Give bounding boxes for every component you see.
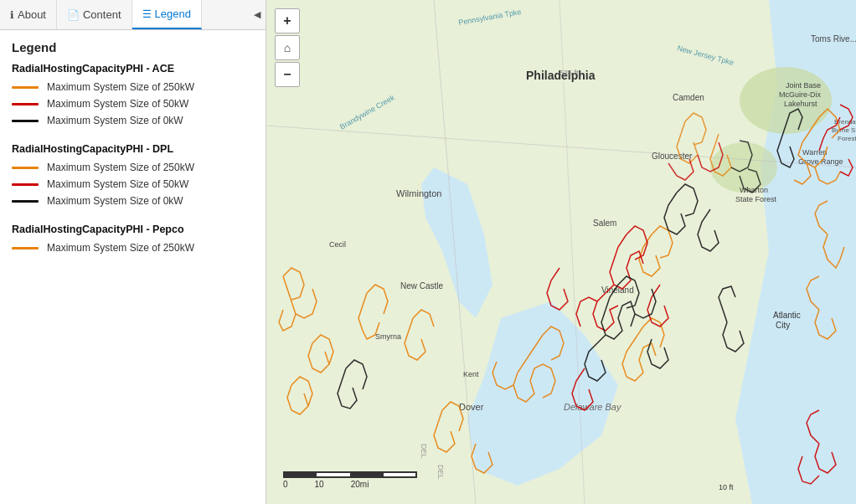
legend-label-ace-50: Maximum System Size of 50kW <box>47 98 188 110</box>
map-controls: + ⌂ − <box>275 8 300 89</box>
svg-text:Cecil: Cecil <box>329 240 346 249</box>
legend-label-dpl-250: Maximum System Size of 250kW <box>47 162 194 173</box>
svg-text:Dover: Dover <box>459 402 484 412</box>
legend-title: Legend <box>12 40 254 54</box>
collapse-button[interactable]: ◀ <box>249 0 266 30</box>
scale-bar: 0 10 20mi <box>283 471 417 489</box>
legend-item: Maximum System Size of 250kW <box>12 162 254 173</box>
legend-line-ace-250 <box>12 86 39 89</box>
tab-legend[interactable]: ☰ Legend <box>132 0 202 29</box>
svg-text:Joint Base: Joint Base <box>786 81 821 90</box>
scale-labels: 0 10 20mi <box>283 480 369 489</box>
home-button[interactable]: ⌂ <box>275 35 300 60</box>
legend-content: Legend RadialHostingCapacityPHI - ACE Ma… <box>0 30 266 504</box>
legend-section-ace: RadialHostingCapacityPHI - ACE Maximum S… <box>12 63 254 126</box>
tab-content-label: Content <box>83 8 121 21</box>
legend-line-dpl-0 <box>12 200 39 203</box>
tab-about-label: About <box>18 8 46 21</box>
scale-label-0: 0 <box>283 480 288 489</box>
scale-segment-3 <box>350 471 384 478</box>
legend-label-ace-0: Maximum System Size of 0kW <box>47 115 183 126</box>
svg-text:Smyrna: Smyrna <box>375 332 401 341</box>
zoom-in-button[interactable]: + <box>275 8 300 33</box>
svg-text:10 ft: 10 ft <box>719 483 734 491</box>
scale-segment-4 <box>384 471 417 478</box>
about-icon: ℹ <box>10 9 14 21</box>
legend-label-ace-250: Maximum System Size of 250kW <box>47 81 194 93</box>
legend-line-ace-50 <box>12 103 39 105</box>
svg-text:Forest: Forest <box>838 135 856 142</box>
tab-legend-label: Legend <box>155 8 191 20</box>
legend-item: Maximum System Size of 0kW <box>12 115 254 126</box>
legend-label-dpl-50: Maximum System Size of 50kW <box>47 178 188 190</box>
svg-text:Toms Rive...: Toms Rive... <box>811 34 856 44</box>
scale-label-10: 10 <box>315 480 324 489</box>
legend-section-dpl-title: RadialHostingCapacityPHI - DPL <box>12 143 254 155</box>
svg-point-6 <box>710 142 777 193</box>
legend-item: Maximum System Size of 0kW <box>12 195 254 207</box>
scale-label-20: 20mi <box>351 480 369 489</box>
content-icon: 📄 <box>67 9 80 21</box>
legend-line-dpl-50 <box>12 183 39 186</box>
scale-bar-visual <box>283 471 417 478</box>
svg-text:Warren: Warren <box>802 148 827 157</box>
legend-label-pepco-250: Maximum System Size of 250kW <box>47 242 194 254</box>
left-panel: ℹ About 📄 Content ☰ Legend ◀ Legend Radi… <box>0 0 266 504</box>
svg-text:Atlantic: Atlantic <box>773 311 801 320</box>
legend-item: Maximum System Size of 250kW <box>12 242 254 254</box>
legend-section-ace-title: RadialHostingCapacityPHI - ACE <box>12 63 254 75</box>
legend-line-dpl-250 <box>12 167 39 169</box>
legend-section-dpl: RadialHostingCapacityPHI - DPL Maximum S… <box>12 143 254 207</box>
svg-text:McGuire-Dix: McGuire-Dix <box>779 90 822 99</box>
tab-content[interactable]: 📄 Content <box>57 0 132 29</box>
legend-item: Maximum System Size of 50kW <box>12 178 254 190</box>
svg-text:DEL: DEL <box>436 465 445 480</box>
svg-text:Camden: Camden <box>673 93 704 102</box>
legend-section-pepco: RadialHostingCapacityPHI - Pepco Maximum… <box>12 224 254 254</box>
svg-text:DEL: DEL <box>420 444 428 459</box>
scale-segment-2 <box>317 471 350 478</box>
legend-line-pepco-250 <box>12 247 39 249</box>
svg-text:Delaware Bay: Delaware Bay <box>564 402 622 412</box>
svg-text:525 ft: 525 ft <box>559 69 579 77</box>
svg-text:New Castle: New Castle <box>400 281 444 291</box>
tab-bar: ℹ About 📄 Content ☰ Legend ◀ <box>0 0 266 30</box>
svg-text:State Forest: State Forest <box>735 195 777 203</box>
scale-segment-1 <box>283 471 317 478</box>
legend-section-pepco-title: RadialHostingCapacityPHI - Pepco <box>12 224 254 235</box>
svg-text:Salem: Salem <box>593 219 616 228</box>
svg-text:Kent: Kent <box>463 370 479 378</box>
svg-text:City: City <box>776 321 790 330</box>
svg-text:Gloucester: Gloucester <box>652 152 693 161</box>
tab-about[interactable]: ℹ About <box>0 0 57 29</box>
legend-item: Maximum System Size of 250kW <box>12 81 254 93</box>
map-area[interactable]: Philadelphia Wilmington Delaware Bay Atl… <box>266 0 856 504</box>
legend-item: Maximum System Size of 50kW <box>12 98 254 110</box>
legend-icon: ☰ <box>142 8 152 20</box>
legend-line-ace-0 <box>12 120 39 122</box>
svg-text:Lakehurst: Lakehurst <box>784 100 817 108</box>
svg-text:Wilmington: Wilmington <box>396 188 441 198</box>
map-svg: Philadelphia Wilmington Delaware Bay Atl… <box>266 0 856 504</box>
zoom-out-button[interactable]: − <box>275 62 300 87</box>
legend-label-dpl-0: Maximum System Size of 0kW <box>47 195 183 207</box>
